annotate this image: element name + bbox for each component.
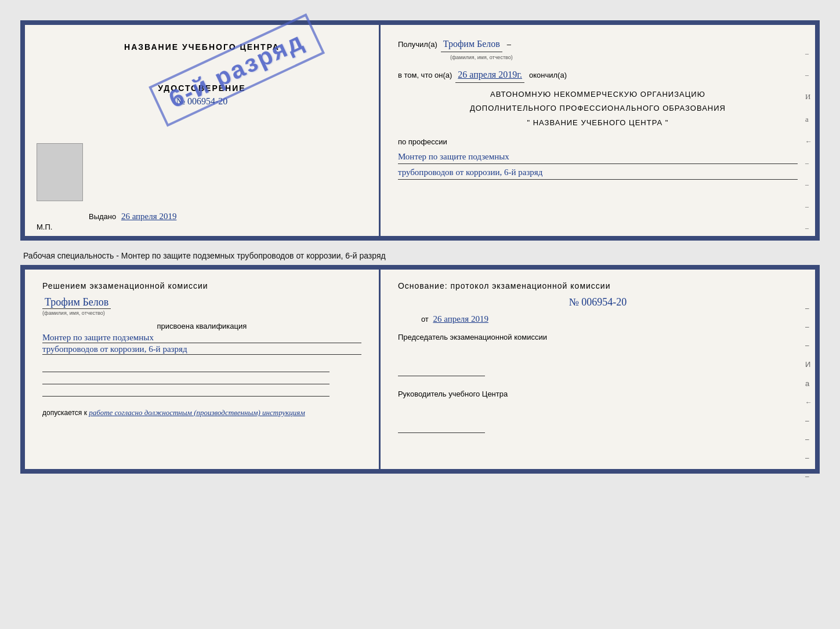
poluchil-name: Трофим Белов — [441, 37, 502, 52]
dopuskaetsya-text: работе согласно должностным (производств… — [89, 408, 305, 417]
stamp-overlay: 6-й разряд — [149, 13, 325, 126]
page-wrapper: НАЗВАНИЕ УЧЕБНОГО ЦЕНТРА 6-й разряд УДОС… — [12, 12, 828, 482]
ot-label: от — [421, 315, 429, 323]
vydano-line: Выдано 26 апреля 2019 — [89, 212, 176, 221]
org-line1: АВТОНОМНУЮ НЕКОММЕРЧЕСКУЮ ОРГАНИЗАЦИЮ — [398, 89, 798, 101]
rukovoditel-block: Руководитель учебного Центра — [398, 390, 798, 435]
cert-left: НАЗВАНИЕ УЧЕБНОГО ЦЕНТРА 6-й разряд УДОС… — [25, 25, 381, 236]
ot-date: 26 апреля 2019 — [433, 314, 488, 323]
po-professii-block: по профессии Монтер по защите подземных … — [398, 136, 798, 180]
vydano-date: 26 апреля 2019 — [121, 212, 177, 221]
bottom-name-block: Трофим Белов (фамилия, имя, отчество) — [42, 296, 361, 316]
rukovoditel-sig-line — [398, 416, 485, 433]
blank-line-1 — [42, 362, 330, 372]
prisvoena-block: присвоена квалификация Монтер по защите … — [42, 322, 361, 355]
vtom-date: 26 апреля 2019г. — [455, 67, 524, 83]
blank-line-3 — [42, 386, 330, 397]
predsedatel-sig-line — [398, 359, 485, 376]
udost-number: № 006954-20 — [158, 96, 245, 107]
protocol-number: № 006954-20 — [569, 296, 627, 308]
bottom-right: Основание: протокол экзаменационной коми… — [381, 270, 815, 469]
dopuskaetsya-label: допускается к — [42, 409, 87, 417]
vydano-label: Выдано — [89, 212, 116, 221]
certificate-top: НАЗВАНИЕ УЧЕБНОГО ЦЕНТРА 6-й разряд УДОС… — [20, 20, 820, 241]
fio-small-top: (фамилия, имя, отчество) — [450, 53, 798, 61]
predsedatel-block: Председатель экзаменационной комиссии — [398, 333, 798, 378]
org-block: АВТОНОМНУЮ НЕКОММЕРЧЕСКУЮ ОРГАНИЗАЦИЮ ДО… — [398, 89, 798, 129]
certificate-bottom: Решением экзаменационной комиссии Трофим… — [20, 265, 820, 474]
bottom-left: Решением экзаменационной комиссии Трофим… — [25, 270, 381, 469]
prisvoena-label: присвоена квалификация — [42, 322, 361, 330]
ot-date-block: от 26 апреля 2019 — [421, 314, 798, 324]
po-professii: по профессии — [398, 136, 798, 148]
bottom-fio-small: (фамилия, имя, отчество) — [42, 310, 105, 316]
dash1: – — [507, 39, 511, 51]
profession-line1: Монтер по защите подземных — [398, 150, 798, 164]
resheniem-title: Решением экзаменационной комиссии — [42, 281, 361, 290]
dopuskaetsya-block: допускается к работе согласно должностны… — [42, 408, 361, 417]
middle-text: Рабочая специальность - Монтер по защите… — [20, 246, 820, 265]
cert-right: Получил(a) Трофим Белов – (фамилия, имя,… — [381, 25, 815, 236]
okonchil-label: окончил(а) — [529, 70, 567, 82]
qual-line2: трубопроводов от коррозии, 6-й разряд — [42, 344, 361, 355]
bottom-name: Трофим Белов — [42, 296, 111, 309]
poluchil-label: Получил(a) — [398, 39, 437, 51]
blank-line-2 — [42, 374, 330, 384]
photo-placeholder — [37, 143, 83, 201]
mp-line: М.П. — [37, 223, 52, 231]
vtom-line: в том, что он(а) 26 апреля 2019г. окончи… — [398, 67, 798, 83]
udost-label: УДОСТОВЕРЕНИЕ — [158, 83, 245, 93]
rukovoditel-label: Руководитель учебного Центра — [398, 390, 798, 398]
predsedatel-label: Председатель экзаменационной комиссии — [398, 333, 798, 341]
poluchil-line: Получил(a) Трофим Белов – — [398, 37, 798, 52]
bottom-right-side-dashes: – – – И а ← – – – – — [805, 304, 812, 481]
udost-block: УДОСТОВЕРЕНИЕ № 006954-20 — [158, 83, 245, 107]
right-side-dashes: – – И а ← – – – – — [805, 48, 812, 234]
blank-lines-block — [42, 362, 361, 397]
profession-line2: трубопроводов от коррозии, 6-й разряд — [398, 165, 798, 180]
org-line2: ДОПОЛНИТЕЛЬНОГО ПРОФЕССИОНАЛЬНОГО ОБРАЗО… — [398, 103, 798, 115]
cert-title: НАЗВАНИЕ УЧЕБНОГО ЦЕНТРА — [124, 42, 280, 52]
protocol-number-block: № 006954-20 — [398, 296, 798, 308]
vtom-label: в том, что он(а) — [398, 70, 452, 82]
org-line3: " НАЗВАНИЕ УЧЕБНОГО ЦЕНТРА " — [398, 117, 798, 129]
osnovanie-label: Основание: протокол экзаменационной коми… — [398, 281, 798, 290]
qual-line1: Монтер по защите подземных — [42, 333, 361, 343]
